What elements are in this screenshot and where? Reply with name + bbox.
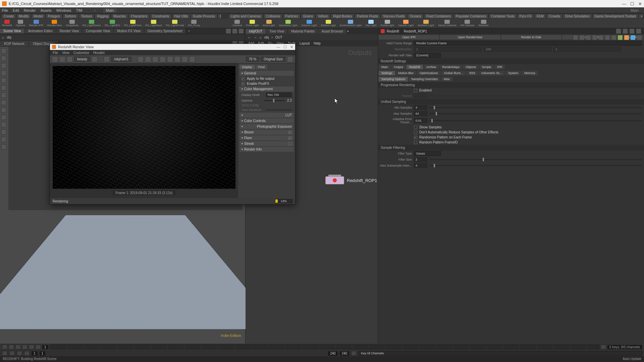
shelf-tool[interactable]: RS_LightDome bbox=[83, 20, 101, 27]
pane-icon[interactable] bbox=[232, 28, 237, 34]
render-take-select[interactable]: (Current) bbox=[414, 53, 441, 58]
shelf-tab[interactable]: Characters bbox=[128, 14, 150, 19]
window-minimize-icon[interactable]: — bbox=[622, 1, 626, 6]
channels-select[interactable]: Key All Channels bbox=[359, 351, 642, 356]
net-pane-tab[interactable]: Asset Browser bbox=[318, 29, 347, 34]
shelf-tab[interactable]: Guide Brushes bbox=[218, 14, 221, 19]
rv-menu[interactable]: File bbox=[53, 51, 58, 55]
param-tab[interactable]: Scripts bbox=[479, 65, 494, 69]
lut-section[interactable]: LUT bbox=[239, 113, 294, 118]
filter-size-input[interactable] bbox=[414, 157, 427, 162]
rv-tool-icon[interactable] bbox=[182, 56, 188, 62]
range-end[interactable]: 240 bbox=[328, 351, 338, 356]
prog-enabled-checkbox[interactable] bbox=[414, 89, 417, 92]
shelf-tab[interactable]: Fluid Containers bbox=[424, 14, 453, 19]
rv-menu[interactable]: Houdini bbox=[93, 51, 105, 55]
shelf-tab[interactable]: Grains bbox=[301, 14, 315, 19]
rv-maximize-icon[interactable]: ☐ bbox=[283, 45, 287, 49]
shelf-tab[interactable]: Create bbox=[1, 14, 16, 19]
net-display-icon[interactable] bbox=[573, 35, 578, 40]
net-path-seg[interactable]: OUT bbox=[275, 36, 282, 39]
open-renderview-button[interactable]: Open RenderView bbox=[440, 35, 500, 40]
net-pane-tab[interactable]: /obj/OUT bbox=[246, 29, 266, 34]
shelf-tab[interactable]: Collisions bbox=[264, 14, 283, 19]
shelf-tool[interactable]: Caustic Light bbox=[398, 20, 414, 27]
shelf-tool[interactable]: RenderView bbox=[47, 20, 62, 27]
pane-icon[interactable] bbox=[226, 28, 231, 34]
rv-menu[interactable]: View bbox=[62, 51, 69, 55]
vp-tool-icon[interactable] bbox=[1, 115, 6, 120]
pane-tab[interactable]: Render View bbox=[56, 28, 83, 34]
param-subtab2[interactable]: Misc bbox=[441, 77, 453, 81]
node-redshift-rop[interactable]: Redshift_ROP1 bbox=[325, 176, 377, 184]
shelf-tab[interactable]: Vellum bbox=[316, 14, 330, 19]
shelf-tool[interactable]: Camera bbox=[232, 20, 242, 27]
pane-tab[interactable]: Motion FX View bbox=[114, 28, 144, 34]
menu-render[interactable]: Render bbox=[24, 8, 36, 12]
menu-edit[interactable]: Edit bbox=[13, 8, 19, 12]
window-close-icon[interactable]: ✕ bbox=[638, 1, 642, 6]
param-subtab2[interactable]: Sampling Options bbox=[379, 77, 408, 81]
max-samples-input[interactable] bbox=[414, 111, 427, 116]
net-display-icon[interactable] bbox=[611, 35, 616, 40]
param-subtab[interactable]: System bbox=[505, 71, 521, 75]
shelf-tab[interactable]: FEM bbox=[534, 14, 546, 19]
add-pane-tab[interactable]: + bbox=[186, 28, 192, 34]
shelf-tool[interactable]: RS_LightSpot bbox=[145, 20, 162, 27]
shelf-tab[interactable]: Particles bbox=[283, 14, 300, 19]
size-mode-select[interactable]: Original Size bbox=[261, 57, 286, 62]
view-xform-select[interactable] bbox=[266, 109, 292, 111]
shelf-tab[interactable]: Container Tools bbox=[489, 14, 517, 19]
rv-tool-icon[interactable] bbox=[189, 56, 195, 62]
net-path-seg[interactable]: obj bbox=[264, 36, 269, 39]
vp-tool-icon[interactable] bbox=[1, 93, 6, 98]
shelf-tab[interactable]: Texture bbox=[79, 14, 95, 19]
shelf-tab[interactable]: Populate Containers bbox=[453, 14, 489, 19]
gear-icon[interactable] bbox=[616, 28, 621, 34]
param-subtab2[interactable]: Sampling Overrides bbox=[409, 77, 440, 81]
rv-grid3-icon[interactable] bbox=[152, 56, 158, 62]
rv-side-toggle-icon[interactable] bbox=[287, 56, 293, 62]
next-keyframe-icon[interactable] bbox=[29, 345, 34, 349]
menu-tim[interactable]: TIM bbox=[76, 8, 82, 12]
vp-tool-icon[interactable] bbox=[1, 107, 6, 113]
home-icon[interactable]: ⌂ bbox=[2, 36, 4, 39]
param-tab[interactable]: Output bbox=[391, 65, 406, 69]
apply-file-checkbox[interactable] bbox=[241, 77, 245, 80]
back-icon[interactable]: ← bbox=[248, 36, 251, 39]
shelf-tool[interactable]: Snapshots bbox=[66, 20, 78, 27]
param-subtab[interactable]: Volumetric Sc... bbox=[479, 71, 505, 75]
net-display-icon[interactable] bbox=[637, 35, 642, 40]
shelf-tool[interactable]: Area Light bbox=[263, 20, 275, 27]
tl-opt-icon[interactable] bbox=[17, 351, 22, 356]
timeline-track[interactable] bbox=[50, 345, 599, 349]
net-pane-tab[interactable]: Tree View bbox=[266, 29, 288, 34]
shelf-tab[interactable]: Rigging bbox=[95, 14, 111, 19]
shelf-tool[interactable]: Ambient Light bbox=[418, 20, 434, 27]
range-lock-icon[interactable] bbox=[601, 345, 606, 349]
shelf-tab[interactable]: Game Development Toolset bbox=[592, 14, 638, 19]
shelf-tool[interactable]: Options bbox=[16, 20, 25, 27]
rv-region-icon[interactable] bbox=[160, 56, 166, 62]
vp-tool-icon[interactable] bbox=[1, 129, 6, 135]
shelf-tool[interactable]: RS_LightIES bbox=[105, 20, 120, 27]
net-display-icon[interactable] bbox=[579, 35, 585, 40]
min-samples-input[interactable] bbox=[414, 105, 427, 110]
param-tab[interactable]: Redshift bbox=[407, 65, 423, 69]
shelf-tab[interactable]: Pyro FX bbox=[517, 14, 534, 19]
pane-tab[interactable]: Composite View bbox=[83, 28, 114, 34]
key-icon[interactable] bbox=[351, 351, 357, 356]
select-tool-icon[interactable] bbox=[1, 48, 6, 54]
vp-tool-icon[interactable] bbox=[1, 78, 6, 83]
net-display-icon[interactable] bbox=[624, 35, 629, 40]
range-end2[interactable]: 240 bbox=[340, 351, 350, 356]
window-maximize-icon[interactable]: ☐ bbox=[630, 1, 634, 6]
net-display-icon[interactable] bbox=[605, 35, 610, 40]
shelf-tab[interactable]: + bbox=[639, 14, 643, 19]
move-tool-icon[interactable] bbox=[1, 56, 6, 61]
shelf-tab[interactable]: Viscous Fluids bbox=[381, 14, 407, 19]
shelf-tab[interactable]: Constraints bbox=[150, 14, 172, 19]
shelf-tool[interactable]: Portal Light bbox=[381, 20, 394, 27]
rv-close-icon[interactable]: ✕ bbox=[290, 45, 293, 49]
max-subsample-input[interactable] bbox=[414, 163, 427, 168]
